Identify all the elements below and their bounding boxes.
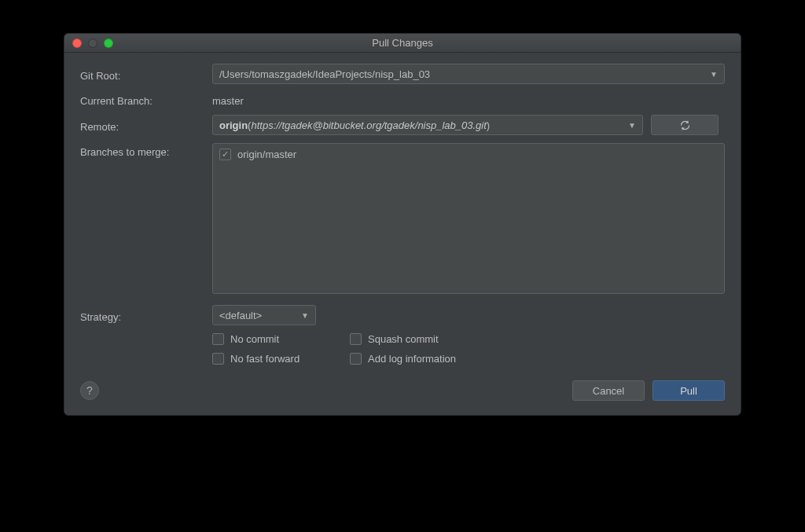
remote-name: origin [219, 119, 248, 131]
pull-button-label: Pull [680, 385, 697, 397]
chevron-down-icon: ▼ [710, 70, 718, 79]
titlebar: Pull Changes [64, 34, 741, 53]
strategy-label: Strategy: [80, 308, 212, 323]
window-controls [64, 39, 113, 48]
branches-list[interactable]: origin/master [212, 143, 725, 294]
chevron-down-icon: ▼ [628, 121, 636, 130]
no-fast-forward-option[interactable]: No fast forward [212, 353, 350, 365]
squash-commit-checkbox[interactable] [350, 333, 362, 345]
options-grid: No commit Squash commit No fast forward … [212, 333, 725, 365]
squash-commit-label: Squash commit [368, 333, 439, 345]
no-commit-label: No commit [230, 333, 279, 345]
remote-url: https://tgadek@bitbucket.org/tgadek/nisp… [251, 119, 486, 131]
no-commit-checkbox[interactable] [212, 333, 224, 345]
git-root-label: Git Root: [80, 67, 212, 82]
refresh-button[interactable] [651, 115, 719, 135]
no-fast-forward-checkbox[interactable] [212, 353, 224, 365]
minimize-window-icon [88, 39, 97, 48]
no-fast-forward-label: No fast forward [230, 353, 300, 365]
add-log-info-checkbox[interactable] [350, 353, 362, 365]
branch-label: origin/master [237, 149, 296, 160]
git-root-value: /Users/tomaszgadek/IdeaProjects/nisp_lab… [219, 68, 430, 80]
strategy-dropdown[interactable]: <default> ▼ [212, 305, 316, 325]
no-commit-option[interactable]: No commit [212, 333, 350, 345]
dialog-footer: ? Cancel Pull [80, 380, 725, 401]
pull-button[interactable]: Pull [652, 380, 725, 401]
git-root-dropdown[interactable]: /Users/tomaszgadek/IdeaProjects/nisp_lab… [212, 64, 725, 84]
window-title: Pull Changes [64, 37, 741, 49]
branch-item[interactable]: origin/master [219, 149, 718, 160]
close-window-icon[interactable] [72, 39, 82, 48]
add-log-info-label: Add log information [368, 353, 456, 365]
branches-to-merge-label: Branches to merge: [80, 143, 212, 158]
add-log-info-option[interactable]: Add log information [350, 353, 523, 365]
dialog-body: Git Root: /Users/tomaszgadek/IdeaProject… [64, 53, 741, 415]
cancel-button-label: Cancel [593, 385, 624, 397]
chevron-down-icon: ▼ [301, 311, 309, 320]
refresh-icon [679, 119, 691, 131]
remote-dropdown[interactable]: origin(https://tgadek@bitbucket.org/tgad… [212, 115, 643, 135]
remote-value: origin(https://tgadek@bitbucket.org/tgad… [219, 119, 490, 131]
squash-commit-option[interactable]: Squash commit [350, 333, 523, 345]
strategy-value: <default> [219, 310, 262, 321]
help-button[interactable]: ? [80, 381, 99, 400]
current-branch-value: master [212, 92, 244, 107]
cancel-button[interactable]: Cancel [572, 380, 645, 401]
current-branch-label: Current Branch: [80, 92, 212, 107]
branch-checkbox[interactable] [219, 149, 231, 160]
remote-label: Remote: [80, 118, 212, 133]
help-icon: ? [86, 384, 93, 397]
pull-changes-dialog: Pull Changes Git Root: /Users/tomaszgade… [64, 33, 741, 416]
zoom-window-icon[interactable] [104, 39, 113, 48]
